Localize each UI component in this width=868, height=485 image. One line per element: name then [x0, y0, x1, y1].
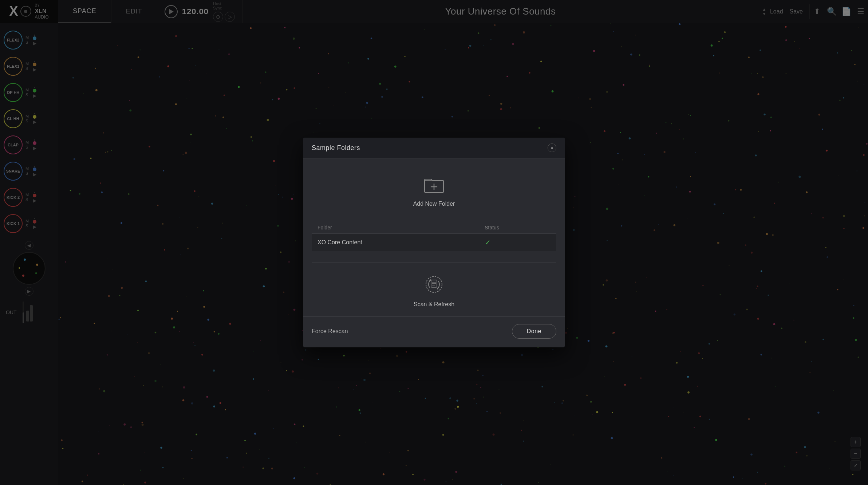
force-rescan-button[interactable]: Force Rescan: [312, 328, 348, 335]
sample-folders-modal: Sample Folders × Add New Folder: [303, 138, 565, 347]
scan-refresh-icon: [423, 273, 445, 295]
col-folder-header: Folder: [312, 222, 479, 234]
folder-name-cell: XO Core Content: [312, 234, 479, 252]
folder-plus-svg: [423, 173, 445, 195]
folders-table-body: XO Core Content ✓: [312, 234, 556, 252]
folders-table: Folder Status XO Core Content ✓: [312, 222, 556, 251]
status-checkmark: ✓: [485, 238, 491, 247]
scan-refresh-label: Scan & Refresh: [414, 301, 454, 308]
folders-table-header-row: Folder Status: [312, 222, 556, 234]
col-status-header: Status: [479, 222, 556, 234]
add-folder-icon: [423, 173, 445, 195]
modal-close-button[interactable]: ×: [548, 143, 556, 152]
folder-status-cell: ✓: [479, 234, 556, 252]
modal-footer: Force Rescan Done: [303, 316, 565, 347]
modal-body: Add New Folder Folder Status XO Core Con…: [303, 158, 565, 316]
modal-divider: [312, 262, 556, 263]
done-button[interactable]: Done: [512, 324, 556, 339]
modal-header: Sample Folders ×: [303, 138, 565, 158]
modal-title: Sample Folders: [312, 144, 360, 152]
folders-table-head: Folder Status: [312, 222, 556, 234]
scan-svg: [423, 273, 445, 295]
scan-refresh-area[interactable]: Scan & Refresh: [312, 273, 556, 308]
add-folder-area[interactable]: Add New Folder: [312, 173, 556, 207]
add-folder-label: Add New Folder: [413, 201, 455, 207]
table-row: XO Core Content ✓: [312, 234, 556, 252]
modal-overlay: Sample Folders × Add New Folder: [0, 0, 868, 485]
